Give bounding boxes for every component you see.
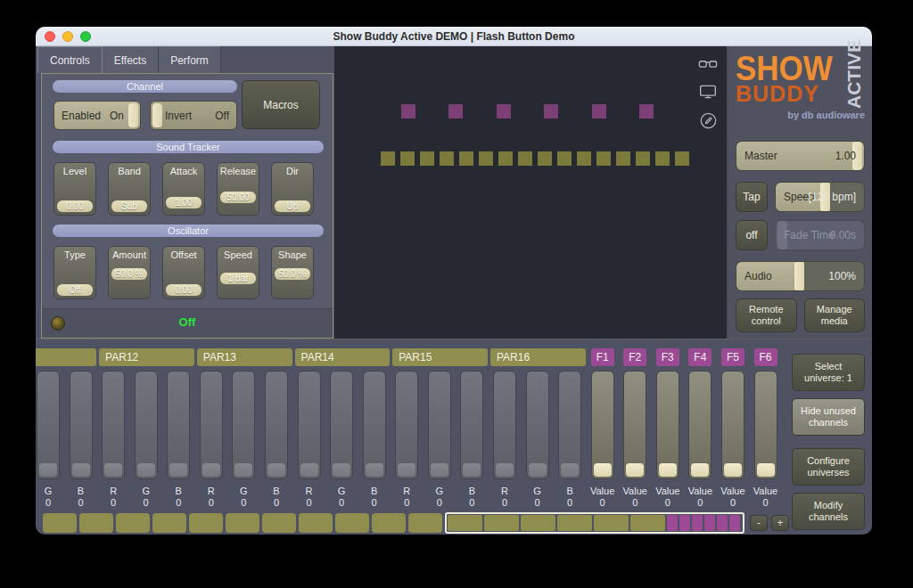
overview-segment[interactable] <box>116 513 150 533</box>
fader-handle[interactable] <box>202 463 220 477</box>
fader-handle[interactable] <box>398 463 415 477</box>
fader-handle[interactable] <box>496 463 514 477</box>
flash-channel-label[interactable]: F4 <box>688 348 711 366</box>
select-universe-button[interactable]: Select universe: 1 <box>792 354 865 391</box>
overview-segment[interactable] <box>704 515 715 531</box>
knob-band[interactable]: BandSub <box>108 162 151 216</box>
overview-segment[interactable] <box>189 513 223 533</box>
channel-group-label[interactable]: PAR15 <box>392 348 488 366</box>
fader-handle[interactable] <box>626 463 644 477</box>
manage-media-button[interactable]: Manage media <box>804 298 866 332</box>
titlebar[interactable]: Show Buddy Active DEMO | Flash Button De… <box>36 27 872 46</box>
channel-fader[interactable] <box>591 371 614 479</box>
flash-channel-label[interactable]: F6 <box>754 348 777 366</box>
speed-slider[interactable]: Speed [120 bpm] <box>775 182 865 212</box>
channel-fader[interactable] <box>460 371 483 479</box>
channel-fader[interactable] <box>363 371 386 479</box>
zoom-out-button[interactable]: - <box>750 515 768 531</box>
fader-handle[interactable] <box>39 463 57 477</box>
fader-handle[interactable] <box>137 463 155 477</box>
channel-group-label[interactable]: PAR12 <box>99 348 194 366</box>
channel-fader[interactable] <box>265 371 288 479</box>
fader-handle[interactable] <box>267 463 285 477</box>
overview-segment[interactable] <box>152 513 186 533</box>
flash-channel-label[interactable]: F1 <box>591 348 614 366</box>
channel-fader[interactable] <box>623 371 646 479</box>
fader-handle[interactable] <box>659 463 677 477</box>
fader-handle[interactable] <box>529 463 547 477</box>
knob-offset[interactable]: Offset0.00 <box>162 246 205 299</box>
overview-segment[interactable] <box>594 515 629 531</box>
channel-fader[interactable] <box>721 371 744 479</box>
zoom-in-button[interactable]: + <box>771 515 789 531</box>
channel-fader[interactable] <box>232 371 255 479</box>
overview-segment[interactable] <box>299 513 333 533</box>
overview-segment[interactable] <box>667 515 678 531</box>
flash-channel-label[interactable]: F5 <box>721 348 744 366</box>
fader-handle[interactable] <box>561 463 579 477</box>
channel-fader[interactable] <box>167 371 190 479</box>
channel-fader[interactable] <box>102 371 125 479</box>
overview-segment[interactable] <box>79 513 113 533</box>
channel-fader[interactable] <box>526 371 549 479</box>
channel-fader[interactable] <box>200 371 223 479</box>
overview-segment[interactable] <box>521 515 555 531</box>
flash-channel-label[interactable]: F2 <box>623 348 646 366</box>
edit-icon[interactable] <box>698 110 718 130</box>
glasses-icon[interactable] <box>698 53 718 73</box>
channel-group-label[interactable]: PAR14 <box>295 348 391 366</box>
overview-selection-box[interactable] <box>445 512 744 534</box>
overview-segment[interactable] <box>262 513 296 533</box>
overview-segment[interactable] <box>692 515 703 531</box>
knob-type[interactable]: TypeOff <box>53 246 96 299</box>
channel-fader[interactable] <box>395 371 418 479</box>
enabled-toggle[interactable]: Enabled On <box>53 101 141 130</box>
channel-fader[interactable] <box>70 371 93 479</box>
knob-speed[interactable]: Speed1 bar <box>217 246 259 299</box>
fader-handle[interactable] <box>366 463 383 477</box>
fader-handle[interactable] <box>333 463 350 477</box>
hide-unused-channels-button[interactable]: Hide unused channels <box>792 398 865 436</box>
fader-handle[interactable] <box>300 463 318 477</box>
slider-handle[interactable] <box>794 262 804 290</box>
overview-segment[interactable] <box>372 513 406 533</box>
fader-handle[interactable] <box>691 463 709 477</box>
flash-channel-label[interactable]: F3 <box>656 348 679 366</box>
configure-universes-button[interactable]: Configure universes <box>792 448 865 486</box>
knob-attack[interactable]: Attack1.00 <box>162 162 205 216</box>
fader-handle[interactable] <box>757 463 775 477</box>
toggle-handle[interactable] <box>128 103 138 127</box>
knob-dir[interactable]: DirUp <box>271 162 314 216</box>
channel-fader[interactable] <box>754 371 777 479</box>
channel-fader[interactable] <box>493 371 516 479</box>
channel-fader[interactable] <box>428 371 451 479</box>
knob-level[interactable]: Level0.00 <box>53 162 96 216</box>
tab-perform[interactable]: Perform <box>159 46 221 73</box>
fader-handle[interactable] <box>234 463 252 477</box>
display-icon[interactable] <box>698 82 718 102</box>
channel-group-label[interactable] <box>36 348 96 366</box>
knob-shape[interactable]: Shape50.0 % <box>271 246 314 299</box>
channel-fader[interactable] <box>37 371 60 479</box>
overview-segment[interactable] <box>408 513 442 533</box>
channel-fader[interactable] <box>135 371 158 479</box>
tab-controls[interactable]: Controls <box>37 46 103 73</box>
knob-release[interactable]: Release50.00 <box>217 162 259 216</box>
overview-segment[interactable] <box>335 513 369 533</box>
overview-segment[interactable] <box>679 515 690 531</box>
fader-handle[interactable] <box>724 463 742 477</box>
invert-toggle[interactable]: Invert Off <box>150 101 237 130</box>
channel-group-label[interactable]: PAR13 <box>197 348 292 366</box>
overview-segment[interactable] <box>484 515 519 531</box>
channel-fader[interactable] <box>558 371 581 479</box>
macros-button[interactable]: Macros <box>242 80 320 129</box>
overview-segment[interactable] <box>630 515 665 531</box>
channel-fader[interactable] <box>688 371 711 479</box>
fader-handle[interactable] <box>463 463 481 477</box>
fade-time-slider[interactable]: Fade Time 0.00s <box>775 220 865 250</box>
channel-group-label[interactable]: PAR16 <box>490 348 586 366</box>
remote-control-button[interactable]: Remote control <box>736 298 797 332</box>
overview-segment[interactable] <box>226 513 259 533</box>
knob-amount[interactable]: Amount50.0 % <box>108 246 151 299</box>
fader-handle[interactable] <box>104 463 122 477</box>
